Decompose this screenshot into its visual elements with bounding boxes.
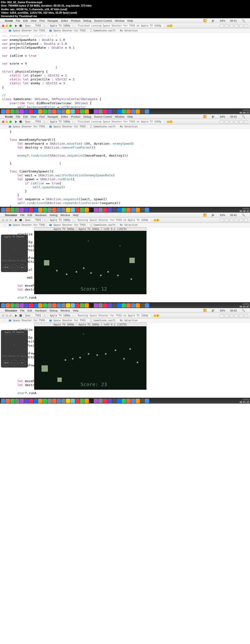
menu-window[interactable]: Window xyxy=(115,115,124,118)
dock-app-icon[interactable] xyxy=(131,208,135,212)
dock-app-icon[interactable] xyxy=(89,208,93,212)
dock-app-icon[interactable] xyxy=(38,399,43,403)
dock-app-icon[interactable] xyxy=(20,109,24,114)
bc-file[interactable]: GameScene.swift xyxy=(93,224,115,226)
scheme-device[interactable]: Apple TV 1080p xyxy=(48,218,72,222)
dock-app-icon[interactable] xyxy=(34,399,38,403)
menu-help[interactable]: Help xyxy=(73,214,79,216)
dock-app-icon[interactable] xyxy=(126,208,131,212)
menu-edit[interactable]: Edit xyxy=(23,19,28,22)
dock-app-icon[interactable] xyxy=(24,399,29,403)
scheme-target[interactable]: Spac...TVOS xyxy=(23,314,43,317)
menu-window[interactable]: Window xyxy=(61,214,70,216)
dock-1[interactable]: udemy00:00:22 xyxy=(0,108,250,114)
stop-button[interactable] xyxy=(20,24,22,27)
stop-button[interactable] xyxy=(20,219,22,221)
remote-touchpad[interactable]: ↖ xyxy=(1,335,28,354)
search-icon[interactable]: 🔍 xyxy=(242,213,245,216)
nav-back-icon[interactable]: 〈 xyxy=(2,223,5,227)
dock-app-icon[interactable] xyxy=(1,303,5,308)
dock-app-icon[interactable] xyxy=(131,109,135,114)
dock-app-icon[interactable] xyxy=(57,303,61,308)
dock-app-icon[interactable] xyxy=(38,109,43,114)
nav-fwd-icon[interactable]: 〉 xyxy=(5,223,8,227)
dock-app-icon[interactable] xyxy=(136,109,140,114)
dock-app-icon[interactable] xyxy=(84,399,89,403)
dock-app-icon[interactable] xyxy=(108,303,112,308)
dock-app-icon[interactable] xyxy=(52,208,56,212)
dock-app-icon[interactable] xyxy=(66,109,70,114)
dock-app-icon[interactable] xyxy=(29,109,33,114)
clock[interactable]: 09:42 xyxy=(230,214,237,216)
dock-app-icon[interactable] xyxy=(52,109,56,114)
clock[interactable]: 09:42 xyxy=(230,309,237,312)
menu-source[interactable]: Source Control xyxy=(94,19,112,22)
menu-file[interactable]: File xyxy=(16,115,20,118)
dock-app-icon[interactable] xyxy=(75,303,80,308)
menu-edit[interactable]: Edit xyxy=(27,309,32,312)
menu-hardware[interactable]: Hardware xyxy=(35,214,47,216)
menu-hardware[interactable]: Hardware xyxy=(35,309,47,312)
dock-app-icon[interactable] xyxy=(34,208,38,212)
zoom-icon[interactable] xyxy=(9,314,12,317)
menubar-1[interactable]: Xcode File Edit View Find Navigate Edito… xyxy=(0,18,250,23)
volume-icon[interactable]: 🔊 xyxy=(211,115,215,118)
dock-app-icon[interactable] xyxy=(43,303,47,308)
dock-app-icon[interactable] xyxy=(84,208,89,212)
dock-app-icon[interactable] xyxy=(43,109,47,114)
dock-app-icon[interactable] xyxy=(66,399,70,403)
nav-back-icon[interactable]: 〈 xyxy=(2,29,5,32)
remote-play-button[interactable]: ▶‖ xyxy=(19,360,26,366)
dock-app-icon[interactable] xyxy=(112,303,117,308)
menu-debug[interactable]: Debug xyxy=(50,309,57,312)
dock-app-icon[interactable] xyxy=(126,109,131,114)
scheme-device[interactable]: Apple TV 1080p xyxy=(48,120,72,124)
remote-touchpad[interactable]: ↖ xyxy=(1,239,28,259)
dock-app-icon[interactable] xyxy=(29,399,33,403)
dock-app-icon[interactable] xyxy=(29,303,33,308)
dock-app-icon[interactable] xyxy=(121,303,126,308)
scheme-device[interactable]: Apple TV 1080p xyxy=(48,24,72,28)
window-controls[interactable] xyxy=(2,219,12,222)
simulator-window[interactable]: Apple TV 1080p - Apple TV 1080p / tvOS 9… xyxy=(34,227,147,294)
zoom-icon[interactable] xyxy=(9,219,12,222)
dock-app-icon[interactable] xyxy=(10,109,15,114)
dock-app-icon[interactable] xyxy=(47,399,52,403)
dock-app-icon[interactable] xyxy=(66,303,70,308)
dock-app-icon[interactable] xyxy=(61,109,66,114)
remote-tv-button[interactable]: ▭ xyxy=(11,360,18,366)
dock-app-icon[interactable] xyxy=(43,208,47,212)
dock-app-icon[interactable] xyxy=(24,109,29,114)
code-editor-2[interactable]: } func moveEnemyForward(){ let moveFowar… xyxy=(0,129,250,207)
menu-product[interactable]: Product xyxy=(71,19,80,22)
window-controls[interactable] xyxy=(2,24,12,27)
menu-navigate[interactable]: Navigate xyxy=(48,19,58,22)
menu-product[interactable]: Product xyxy=(71,115,80,118)
scheme-target[interactable]: Spac...TVOS xyxy=(23,24,43,28)
nav-back-icon[interactable]: 〈 xyxy=(2,125,5,128)
editor-layout-controls[interactable] xyxy=(220,314,248,317)
dock-app-icon[interactable] xyxy=(47,208,52,212)
dock-app-icon[interactable] xyxy=(61,303,66,308)
menu-find[interactable]: Find xyxy=(39,115,44,118)
dock-app-icon[interactable] xyxy=(6,303,10,308)
menu-navigate[interactable]: Navigate xyxy=(48,115,58,118)
bc-folder[interactable]: Space Shooter for TVOS xyxy=(53,125,85,128)
menubar-2[interactable]: Xcode File Edit View Find Navigate Edito… xyxy=(0,114,250,119)
zoom-icon[interactable] xyxy=(9,24,12,27)
bc-file[interactable]: GameScene.swift xyxy=(93,125,115,128)
search-icon[interactable]: 🔍 xyxy=(242,115,245,118)
scheme-target[interactable]: Spac...TVOS xyxy=(23,120,43,124)
dock-app-icon[interactable] xyxy=(108,109,112,114)
dock-app-icon[interactable] xyxy=(47,303,52,308)
sim-titlebar[interactable]: Apple TV 1080p - Apple TV 1080p / tvOS 9… xyxy=(34,227,147,231)
battery-pct[interactable]: 54% xyxy=(220,19,225,22)
close-icon[interactable] xyxy=(2,120,5,123)
dock-app-icon[interactable] xyxy=(1,208,5,212)
dock-app-icon[interactable] xyxy=(126,303,131,308)
menu-help[interactable]: Help xyxy=(128,115,133,118)
menu-window[interactable]: Window xyxy=(115,19,124,22)
volume-icon[interactable]: 🔊 xyxy=(211,309,215,312)
menu-file[interactable]: File xyxy=(20,309,25,312)
window-controls[interactable] xyxy=(2,120,12,123)
